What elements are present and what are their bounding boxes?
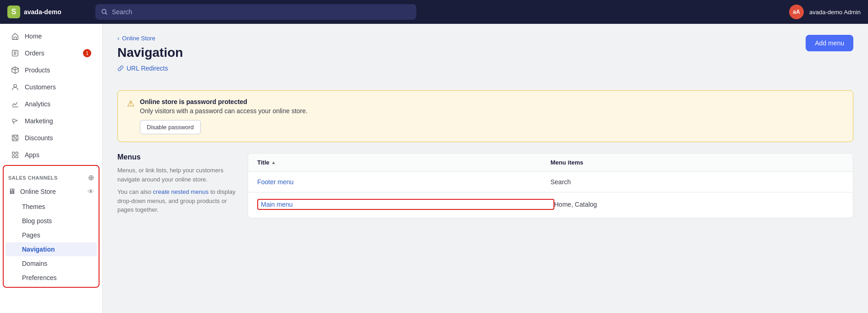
page-title: Navigation (117, 45, 183, 60)
sidebar-label-marketing: Marketing (25, 117, 53, 125)
svg-rect-9 (16, 155, 18, 158)
sidebar-subitem-domains[interactable]: Domains (6, 257, 97, 270)
store-logo[interactable]: S avada-demo (7, 5, 90, 18)
sidebar-item-customers[interactable]: Customers (4, 79, 99, 95)
sidebar-label-analytics: Analytics (25, 100, 50, 108)
warning-icon: ⚠ (127, 99, 134, 134)
svg-point-4 (16, 138, 17, 140)
sidebar: Home Orders 1 Products Customers Analy (0, 24, 103, 313)
menus-section: Menus Menus, or link lists, help your cu… (117, 153, 853, 218)
sidebar-label-orders: Orders (25, 49, 44, 57)
sort-arrow-icon: ▲ (271, 160, 276, 165)
sales-channels-section: SALES CHANNELS ⊕ 🖥 Online Store 👁 Themes… (3, 165, 100, 288)
sidebar-item-orders[interactable]: Orders 1 (4, 45, 99, 61)
warning-banner: ⚠ Online store is password protected Onl… (117, 90, 853, 142)
link-icon (117, 65, 124, 71)
sidebar-item-apps[interactable]: Apps (4, 147, 99, 163)
menus-heading: Menus (117, 153, 237, 161)
marketing-icon (11, 117, 19, 125)
sidebar-subitem-blog-posts[interactable]: Blog posts (6, 214, 97, 228)
sidebar-label-customers: Customers (25, 83, 56, 91)
search-input[interactable] (112, 8, 411, 16)
sidebar-item-marketing[interactable]: Marketing (4, 113, 99, 129)
add-sales-channel-icon[interactable]: ⊕ (88, 173, 94, 182)
table-row[interactable]: Footer menu Search (248, 172, 853, 192)
breadcrumb[interactable]: ‹ Online Store (117, 35, 183, 42)
svg-point-3 (13, 136, 15, 137)
sidebar-subitem-navigation[interactable]: Navigation (6, 242, 97, 256)
sales-channels-label: SALES CHANNELS (8, 175, 58, 181)
sidebar-item-home[interactable]: Home (4, 28, 99, 44)
warning-text: Only visitors with a password can access… (140, 107, 308, 115)
avatar[interactable]: aA (789, 5, 804, 19)
user-name: avada-demo Admin (809, 9, 861, 16)
search-icon (101, 8, 108, 16)
discounts-icon (11, 134, 19, 142)
sales-channels-header: SALES CHANNELS ⊕ (4, 171, 99, 184)
orders-icon (11, 49, 19, 57)
top-navigation: S avada-demo aA avada-demo Admin (0, 0, 868, 24)
warning-title: Online store is password protected (140, 98, 308, 105)
sidebar-label-products: Products (25, 66, 50, 74)
menus-description: Menus Menus, or link lists, help your cu… (117, 153, 237, 218)
apps-icon (11, 151, 19, 159)
sidebar-item-products[interactable]: Products (4, 62, 99, 78)
customers-icon (11, 83, 19, 91)
breadcrumb-label: Online Store (122, 35, 155, 42)
sidebar-subitem-pages[interactable]: Pages (6, 228, 97, 242)
url-redirects-link[interactable]: URL Redirects (117, 65, 183, 72)
sidebar-label-home: Home (25, 33, 42, 40)
products-icon (11, 66, 19, 74)
sidebar-label-discounts: Discounts (25, 134, 53, 142)
sidebar-label-apps: Apps (25, 151, 39, 159)
menus-table: Title ▲ Menu items Footer menu Search Ma… (248, 153, 853, 218)
footer-menu-link[interactable]: Footer menu (257, 178, 551, 186)
sidebar-item-discounts[interactable]: Discounts (4, 130, 99, 146)
orders-badge: 1 (83, 49, 91, 57)
online-store-icon: 🖥 (8, 187, 16, 196)
sidebar-item-online-store[interactable]: 🖥 Online Store 👁 (4, 184, 99, 199)
search-bar[interactable] (95, 4, 416, 20)
shopify-icon: S (7, 5, 20, 18)
store-name: avada-demo (24, 8, 61, 16)
table-row[interactable]: Main menu Home, Catalog (248, 192, 853, 216)
svg-point-2 (14, 84, 17, 87)
app-body: Home Orders 1 Products Customers Analy (0, 24, 868, 313)
disable-password-button[interactable]: Disable password (140, 120, 201, 134)
footer-menu-items: Search (551, 178, 844, 186)
warning-content: Online store is password protected Only … (140, 98, 308, 134)
main-menu-items: Home, Catalog (554, 201, 844, 208)
sidebar-subitem-themes[interactable]: Themes (6, 200, 97, 214)
table-header: Title ▲ Menu items (248, 154, 853, 172)
home-icon (11, 32, 19, 40)
sidebar-subitem-preferences[interactable]: Preferences (6, 271, 97, 285)
main-menu-link[interactable]: Main menu (257, 199, 554, 210)
url-redirects-label: URL Redirects (127, 65, 168, 72)
col-header-menu-items: Menu items (551, 159, 844, 166)
menus-desc-1: Menus, or link lists, help your customer… (117, 166, 237, 184)
nested-menus-link[interactable]: create nested menus (153, 188, 209, 195)
svg-rect-7 (16, 152, 18, 154)
main-content: ‹ Online Store Navigation URL Redirects … (103, 24, 868, 313)
col-header-title: Title ▲ (257, 159, 551, 166)
chevron-left-icon: ‹ (117, 35, 119, 42)
page-header: ‹ Online Store Navigation URL Redirects … (117, 35, 853, 81)
online-store-label: Online Store (20, 188, 56, 195)
analytics-icon (11, 100, 19, 108)
add-menu-button[interactable]: Add menu (806, 35, 853, 51)
sidebar-item-analytics[interactable]: Analytics (4, 96, 99, 112)
svg-rect-6 (12, 152, 15, 154)
eye-icon[interactable]: 👁 (88, 188, 94, 195)
svg-rect-8 (12, 155, 15, 158)
menus-desc-2: You can also create nested menus to disp… (117, 187, 237, 214)
